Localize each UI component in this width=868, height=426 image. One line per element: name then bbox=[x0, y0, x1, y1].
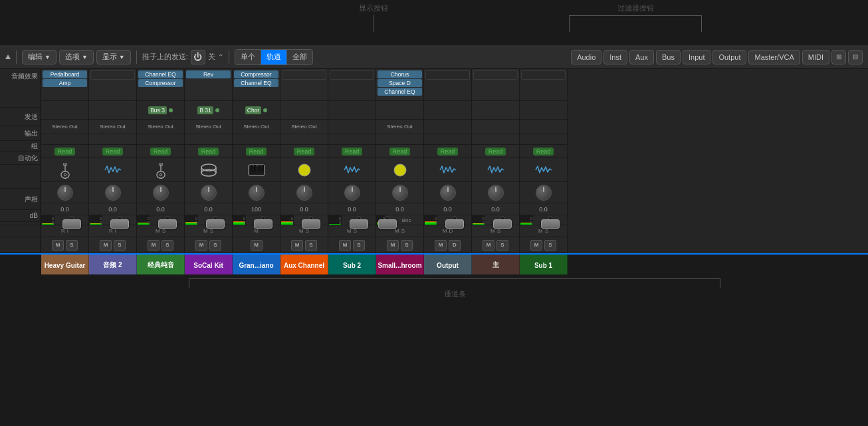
pan-knob-ch11[interactable] bbox=[536, 185, 552, 201]
pan-ch7[interactable] bbox=[328, 182, 376, 203]
insert-slot[interactable]: Channel EQ bbox=[138, 70, 183, 78]
fader-track-ch5[interactable] bbox=[246, 215, 280, 225]
channel-name-ch11[interactable]: Sub 1 bbox=[520, 255, 568, 274]
fader-track-ch3[interactable] bbox=[150, 215, 184, 225]
mute-btn-ch10[interactable]: M bbox=[483, 240, 494, 251]
insert-slot[interactable]: Compressor bbox=[138, 79, 183, 87]
channel-name-ch7[interactable]: Sub 2 bbox=[328, 255, 376, 274]
pan-ch3[interactable] bbox=[137, 182, 184, 203]
mute-btn-ch2[interactable]: M bbox=[100, 240, 112, 251]
channel-name-ch3[interactable]: 经典纯音 bbox=[137, 255, 185, 274]
view-track[interactable]: 轨道 bbox=[261, 50, 287, 64]
channel-name-ch10[interactable]: 主 bbox=[472, 255, 520, 274]
power-button[interactable]: ⏻ bbox=[191, 50, 205, 64]
solo-btn-ch10[interactable]: S bbox=[496, 240, 508, 251]
collapse-button[interactable] bbox=[5, 54, 11, 59]
solo-btn-ch3[interactable]: S bbox=[162, 240, 173, 251]
solo-btn-ch4[interactable]: S bbox=[209, 240, 221, 251]
auto-badge-ch3[interactable]: Read bbox=[150, 148, 171, 156]
fader-handle-ch5[interactable] bbox=[254, 219, 272, 229]
fader-track-ch7[interactable] bbox=[342, 215, 376, 225]
mute-btn-ch6[interactable]: M bbox=[291, 240, 303, 251]
filter-inst[interactable]: Inst bbox=[603, 50, 627, 64]
pan-ch8[interactable] bbox=[376, 182, 423, 203]
fader-track-ch11[interactable] bbox=[533, 215, 567, 225]
insert-empty[interactable] bbox=[330, 70, 374, 80]
insert-slot[interactable]: Rev bbox=[186, 70, 231, 78]
fader-handle-ch11[interactable] bbox=[541, 219, 560, 229]
fader-handle-ch2[interactable] bbox=[110, 219, 129, 229]
solo-btn-ch7[interactable]: S bbox=[353, 240, 365, 251]
auto-badge-ch1[interactable]: Read bbox=[54, 148, 76, 156]
insert-empty[interactable] bbox=[473, 70, 518, 80]
fader-track-ch9[interactable] bbox=[437, 215, 471, 225]
filter-bus[interactable]: Bus bbox=[656, 50, 681, 64]
mute-btn-ch5[interactable]: M bbox=[251, 240, 263, 251]
auto-badge-ch4[interactable]: Read bbox=[198, 148, 219, 156]
insert-slot[interactable]: Chorus bbox=[378, 70, 422, 78]
fader-handle-ch6[interactable] bbox=[302, 219, 320, 229]
filter-master[interactable]: Master/VCA bbox=[748, 50, 800, 64]
edit-menu[interactable]: 编辑 ▼ bbox=[22, 50, 56, 64]
display-menu[interactable]: 显示 ▼ bbox=[96, 50, 131, 64]
mute-btn-ch8[interactable]: M bbox=[387, 240, 399, 251]
solo-btn-ch9[interactable]: D bbox=[449, 240, 461, 251]
fader-track-ch2[interactable] bbox=[102, 215, 136, 225]
mute-btn-ch1[interactable]: M bbox=[52, 240, 64, 251]
send-selector[interactable]: ⌃ bbox=[218, 53, 223, 60]
auto-badge-ch7[interactable]: Read bbox=[342, 148, 363, 156]
mute-btn-ch9[interactable]: M bbox=[435, 240, 447, 251]
send-slot[interactable]: Bus 3 bbox=[148, 106, 167, 114]
auto-badge-ch8[interactable]: Read bbox=[389, 148, 411, 156]
pan-ch2[interactable] bbox=[89, 182, 136, 203]
fader-handle-ch9[interactable] bbox=[445, 219, 464, 229]
split-view-icon[interactable]: ⊟ bbox=[848, 50, 863, 64]
fader-handle-ch4[interactable] bbox=[206, 219, 225, 229]
view-all[interactable]: 全部 bbox=[287, 50, 312, 64]
insert-slot[interactable]: Channel EQ bbox=[234, 79, 278, 87]
channel-name-ch4[interactable]: SoCal Kit bbox=[185, 255, 233, 274]
fader-handle-ch7[interactable] bbox=[350, 219, 368, 229]
pan-knob-ch6[interactable] bbox=[296, 185, 312, 201]
insert-empty[interactable] bbox=[425, 70, 470, 80]
auto-badge-ch10[interactable]: Read bbox=[485, 148, 506, 156]
pan-knob-ch10[interactable] bbox=[488, 185, 504, 201]
mute-btn-ch3[interactable]: M bbox=[148, 240, 160, 251]
auto-badge-ch6[interactable]: Read bbox=[294, 148, 315, 156]
insert-empty[interactable] bbox=[282, 70, 326, 80]
pan-knob-ch9[interactable] bbox=[440, 185, 456, 201]
solo-btn-ch6[interactable]: S bbox=[305, 240, 317, 251]
channel-name-ch9[interactable]: Output bbox=[424, 255, 472, 274]
send-slot[interactable]: B 31 bbox=[197, 106, 213, 114]
fader-track-ch1[interactable] bbox=[54, 215, 88, 225]
insert-slot[interactable]: Space D bbox=[378, 79, 422, 87]
pan-knob-ch8[interactable] bbox=[392, 185, 408, 201]
fader-track-ch6[interactable] bbox=[294, 215, 328, 225]
insert-slot[interactable]: Amp bbox=[43, 79, 87, 87]
grid-view-icon[interactable]: ⊞ bbox=[831, 50, 846, 64]
pan-knob-ch2[interactable] bbox=[105, 185, 121, 201]
filter-input[interactable]: Input bbox=[683, 50, 710, 64]
mute-btn-ch11[interactable]: M bbox=[530, 240, 542, 251]
channel-name-ch2[interactable]: 音频 2 bbox=[89, 255, 137, 274]
channel-name-ch6[interactable]: Aux Channel bbox=[280, 255, 328, 274]
channel-name-ch5[interactable]: Gran...iano bbox=[233, 255, 280, 274]
filter-output[interactable]: Output bbox=[712, 50, 746, 64]
mute-btn-ch4[interactable]: M bbox=[195, 240, 207, 251]
solo-btn-ch1[interactable]: S bbox=[66, 240, 78, 251]
filter-midi[interactable]: MIDI bbox=[802, 50, 829, 64]
auto-badge-ch11[interactable]: Read bbox=[533, 148, 554, 156]
solo-btn-ch2[interactable]: S bbox=[114, 240, 126, 251]
channel-name-ch1[interactable]: Heavy Guitar bbox=[41, 255, 89, 274]
insert-slot[interactable]: Channel EQ bbox=[378, 88, 422, 96]
auto-badge-ch2[interactable]: Read bbox=[102, 148, 124, 156]
insert-slot[interactable]: Pedalboard bbox=[43, 70, 87, 78]
pan-ch9[interactable] bbox=[424, 182, 471, 203]
fader-track-ch4[interactable] bbox=[198, 215, 232, 225]
pan-ch10[interactable] bbox=[472, 182, 519, 203]
fader-handle-ch1[interactable] bbox=[62, 219, 81, 229]
channel-name-ch8[interactable]: Small...hroom bbox=[376, 255, 424, 274]
mute-btn-ch7[interactable]: M bbox=[339, 240, 351, 251]
filter-aux[interactable]: Aux bbox=[629, 50, 654, 64]
pan-knob-ch5[interactable] bbox=[249, 185, 265, 201]
